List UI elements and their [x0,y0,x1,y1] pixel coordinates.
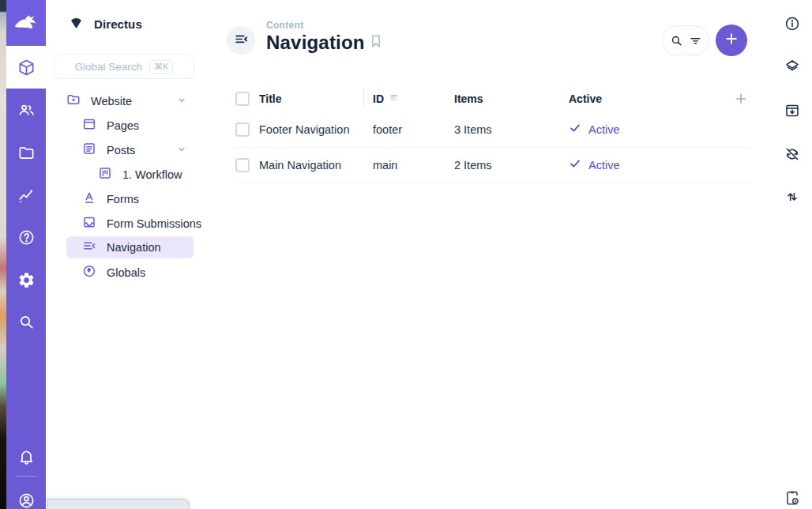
directus-rabbit-logo-icon [11,6,41,40]
global-search-placeholder: Global Search [75,61,143,73]
table-row-footer-navigation[interactable]: Footer Navigation footer 3 Items Active [235,112,750,148]
column-header-id[interactable]: ID [373,92,454,106]
insights-icon [17,187,36,205]
tree-item-pages[interactable]: Pages [66,113,194,138]
chevron-down-icon[interactable] [177,143,186,157]
cell-title: Footer Navigation [259,123,373,136]
column-header-items[interactable]: Items [454,92,569,105]
kanban-icon [98,166,112,183]
globe-icon [82,264,96,281]
page-heading: Content Navigation [266,20,365,54]
search-filter-pill [662,25,709,55]
row-checkbox[interactable] [235,158,250,172]
search-icon[interactable] [670,34,683,47]
module-insights[interactable] [6,174,46,217]
cell-id: footer [373,123,454,136]
letter-a-icon [82,190,96,208]
plus-icon [724,31,739,50]
account-button[interactable] [6,479,46,509]
desktop-background-sliver [0,0,6,509]
tree-item-form-submissions[interactable]: Form Submissions [66,211,194,236]
swap-vert-icon[interactable] [784,189,801,205]
menu-open-icon [82,239,96,256]
tree-item-globals[interactable]: Globals [66,260,194,285]
column-header-active[interactable]: Active [569,92,727,105]
search-icon [17,313,36,331]
table-row-main-navigation[interactable]: Main Navigation main 2 Items Active [235,148,750,183]
tree-item-workflow[interactable]: 1. Workflow [66,162,194,187]
clipboard-clock-icon[interactable] [784,489,801,507]
add-item-button[interactable] [716,25,747,56]
tree-item-posts[interactable]: Posts [66,138,194,162]
module-files[interactable] [6,131,46,174]
article-icon [82,141,96,159]
folder-star-icon [66,92,81,110]
add-column-button[interactable] [727,91,750,107]
breadcrumb-module: Content [266,20,365,31]
check-icon [569,122,581,138]
bookmark-icon[interactable] [368,33,384,52]
table-header-row: Title ID Items Active [235,85,750,112]
directus-logo-button[interactable] [6,0,46,46]
column-resize-divider[interactable] [363,89,364,108]
row-checkbox[interactable] [235,123,250,137]
gear-icon [17,271,36,289]
search-shortcut-badge: ⌘K [149,60,173,74]
module-help[interactable] [6,216,46,258]
info-icon[interactable] [784,16,801,32]
account-circle-icon [17,492,36,509]
menu-open-icon [234,32,249,50]
page-title: Navigation [266,32,365,54]
chevron-down-icon[interactable] [177,94,186,108]
bell-icon [17,448,36,466]
module-bar-divider [16,476,36,477]
nav-sidebar: Directus Global Search ⌘K Website [46,0,221,509]
right-sidebar [773,0,812,509]
archive-download-icon[interactable] [784,103,801,119]
project-name: Directus [94,17,142,31]
tree-item-website[interactable]: Website [66,89,194,113]
users-icon [17,101,36,119]
collection-icon-button[interactable] [227,26,255,55]
browser-status-tooltip [47,499,190,509]
module-users[interactable] [6,89,46,131]
module-settings[interactable] [6,258,46,301]
tree-item-navigation[interactable]: Navigation [66,236,194,258]
cell-id: main [373,159,454,172]
cell-active: Active [569,157,727,173]
project-header[interactable]: Directus [46,0,221,47]
cell-items: 2 Items [454,159,569,172]
inbox-icon [82,215,96,232]
sort-indicator-icon [389,92,400,106]
global-search-box[interactable]: Global Search ⌘K [54,54,194,79]
tree-item-forms[interactable]: Forms [66,187,194,211]
directus-app-window: Directus Global Search ⌘K Website [0,0,812,509]
notifications-button[interactable] [6,435,46,478]
window-icon [82,117,96,134]
collection-tree: Website Pages [46,89,221,285]
sync-disabled-icon[interactable] [784,146,801,163]
main-content: Content Navigation [221,0,773,509]
cell-title: Main Navigation [259,159,373,172]
column-header-title[interactable]: Title [259,92,373,105]
layers-icon[interactable] [784,58,801,75]
folder-icon [17,144,36,162]
gem-icon [68,14,85,34]
filter-icon[interactable] [689,34,702,47]
module-content[interactable] [6,46,46,89]
cell-items: 3 Items [454,123,569,136]
items-table: Title ID Items Active [235,85,750,183]
box-icon [17,58,36,77]
select-all-checkbox[interactable] [235,92,250,106]
module-search[interactable] [6,300,46,343]
help-icon [17,228,36,247]
cell-active: Active [569,122,727,138]
module-bar [6,0,46,509]
check-icon [569,157,581,173]
